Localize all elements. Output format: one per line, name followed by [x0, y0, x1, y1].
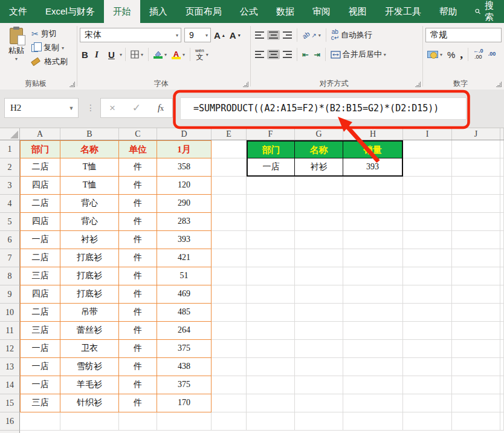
align-left-button[interactable] — [253, 50, 266, 59]
cell-E6[interactable] — [212, 231, 247, 249]
cell-B2[interactable]: T恤 — [60, 158, 119, 177]
underline-dropdown-icon[interactable]: ▾ — [120, 52, 122, 57]
row-header-6[interactable]: 6 — [0, 231, 20, 249]
cell-K13[interactable] — [500, 358, 504, 376]
cell-F11[interactable] — [247, 322, 295, 340]
cell-H11[interactable] — [343, 322, 403, 340]
cell-I5[interactable] — [403, 213, 452, 231]
italic-button[interactable]: I — [93, 48, 105, 61]
fill-color-button[interactable]: ▾ — [152, 50, 169, 60]
cell-G11[interactable] — [295, 322, 343, 340]
cell-I4[interactable] — [403, 195, 452, 213]
cell-H6[interactable] — [343, 231, 403, 249]
underline-button[interactable]: U — [106, 48, 118, 61]
merge-center-dropdown-icon[interactable]: ▾ — [384, 52, 386, 57]
cell-D16[interactable] — [157, 412, 212, 431]
decrease-font-size-button[interactable]: A▾ — [228, 30, 242, 41]
cell-I11[interactable] — [403, 322, 452, 340]
cell-C1[interactable]: 单位 — [119, 140, 157, 158]
cell-E4[interactable] — [212, 195, 247, 213]
cell-C12[interactable]: 件 — [119, 340, 157, 358]
cell-A13[interactable]: 一店 — [20, 358, 60, 376]
cell-K7[interactable] — [500, 249, 504, 267]
row-header-11[interactable]: 11 — [0, 322, 20, 340]
cell-H15[interactable] — [343, 394, 403, 412]
cell-A9[interactable]: 四店 — [20, 285, 60, 304]
font-color-button[interactable]: A ▾ — [170, 49, 187, 60]
paste-dropdown-icon[interactable]: ▾ — [15, 56, 18, 62]
increase-indent-button[interactable]: ⇥ — [312, 49, 322, 60]
copy-dropdown-icon[interactable]: ▾ — [62, 45, 64, 51]
column-header-I[interactable]: I — [403, 128, 452, 140]
cell-F4[interactable] — [247, 195, 295, 213]
cell-J5[interactable] — [452, 213, 500, 231]
cell-K1[interactable] — [500, 140, 504, 158]
cell-B14[interactable]: 羊毛衫 — [60, 376, 119, 394]
column-header-H[interactable]: H — [343, 128, 403, 140]
cell-J16[interactable] — [452, 412, 500, 431]
decrease-decimal-button[interactable]: .00 — [486, 50, 498, 59]
cell-H8[interactable] — [343, 267, 403, 285]
cell-B4[interactable]: 背心 — [60, 195, 119, 213]
cell-A7[interactable]: 二店 — [20, 249, 60, 267]
orientation-button[interactable]: ab ↗ ▾ — [300, 30, 323, 40]
cell-D10[interactable]: 485 — [157, 304, 212, 322]
cell-H5[interactable] — [343, 213, 403, 231]
tab-help[interactable]: 帮助 — [430, 0, 467, 23]
column-header-partial[interactable] — [500, 128, 504, 140]
cell-E16[interactable] — [212, 412, 247, 431]
cell-F6[interactable] — [247, 231, 295, 249]
increase-decimal-button[interactable]: ←.0 .00 — [471, 47, 485, 62]
column-header-C[interactable]: C — [119, 128, 157, 140]
cell-K2[interactable] — [500, 158, 504, 177]
cell-I15[interactable] — [403, 394, 452, 412]
cell-C5[interactable]: 件 — [119, 213, 157, 231]
font-size-select[interactable]: 9 ▾ — [184, 28, 211, 42]
insert-function-icon[interactable]: fx — [158, 103, 164, 113]
cell-J13[interactable] — [452, 358, 500, 376]
cell-A16[interactable] — [20, 412, 60, 431]
cell-A3[interactable]: 四店 — [20, 177, 60, 195]
tab-home[interactable]: 开始 — [104, 0, 140, 23]
cell-E10[interactable] — [212, 304, 247, 322]
cell-D6[interactable]: 393 — [157, 231, 212, 249]
cell-F2[interactable]: 一店 — [247, 158, 295, 177]
percent-style-button[interactable]: % — [445, 48, 457, 61]
cell-D7[interactable]: 421 — [157, 249, 212, 267]
column-header-E[interactable]: E — [212, 128, 247, 140]
cell-G13[interactable] — [295, 358, 343, 376]
cell-I12[interactable] — [403, 340, 452, 358]
cell-J8[interactable] — [452, 267, 500, 285]
tab-developer[interactable]: 开发工具 — [376, 0, 430, 23]
cell-A14[interactable]: 一店 — [20, 376, 60, 394]
cell-F13[interactable] — [247, 358, 295, 376]
cell-I6[interactable] — [403, 231, 452, 249]
cell-H9[interactable] — [343, 285, 403, 304]
phonetic-dropdown-icon[interactable]: ▾ — [206, 52, 208, 57]
cell-G7[interactable] — [295, 249, 343, 267]
cell-G6[interactable] — [295, 231, 343, 249]
cell-I9[interactable] — [403, 285, 452, 304]
cell-G4[interactable] — [295, 195, 343, 213]
cell-H13[interactable] — [343, 358, 403, 376]
cell-K5[interactable] — [500, 213, 504, 231]
search-box[interactable]: 搜索 — [467, 0, 504, 23]
column-header-J[interactable]: J — [452, 128, 500, 140]
name-box-dropdown-icon[interactable]: ▼ — [65, 105, 78, 111]
cell-C10[interactable]: 件 — [119, 304, 157, 322]
cell-B8[interactable]: 打底衫 — [60, 267, 119, 285]
cell-A12[interactable]: 一店 — [20, 340, 60, 358]
cell-J3[interactable] — [452, 177, 500, 195]
format-painter-button[interactable]: 格式刷 — [30, 55, 69, 68]
cell-D15[interactable]: 170 — [157, 394, 212, 412]
cell-C11[interactable]: 件 — [119, 322, 157, 340]
cell-D4[interactable]: 290 — [157, 195, 212, 213]
cell-C2[interactable]: 件 — [119, 158, 157, 177]
bottom-align-button[interactable] — [281, 30, 294, 40]
cell-I14[interactable] — [403, 376, 452, 394]
cell-F16[interactable] — [247, 412, 295, 431]
cell-F15[interactable] — [247, 394, 295, 412]
borders-dropdown-icon[interactable]: ▾ — [141, 52, 143, 57]
row-header-4[interactable]: 4 — [0, 195, 20, 213]
cut-button[interactable]: ✂ 剪切 — [30, 27, 69, 41]
